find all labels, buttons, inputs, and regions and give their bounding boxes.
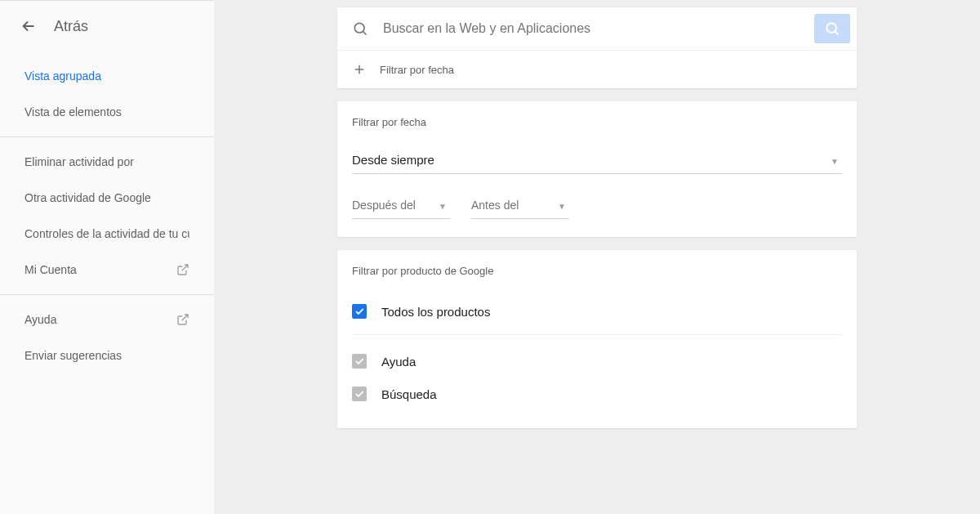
search-card: Filtrar por fecha [337,7,857,88]
sidebar-section-help: Ayuda Enviar sugerencias [0,295,214,380]
sidebar-item-my-account[interactable]: Mi Cuenta [0,252,214,288]
date-filter-card: Filtrar por fecha Desde siempre ▼ Despué… [337,101,857,237]
search-row [337,7,857,50]
svg-point-1 [826,23,836,33]
sidebar-item-help[interactable]: Ayuda [0,302,214,337]
checkbox-icon [352,354,367,369]
filter-label: Filtrar por fecha [380,64,454,76]
sidebar-item-grouped-view[interactable]: Vista agrupada [0,58,214,94]
main-content: Filtrar por fecha Filtrar por fecha Desd… [214,0,980,514]
caret-down-icon: ▼ [558,202,566,211]
search-icon [337,20,383,37]
divider [352,334,842,335]
sidebar-item-delete-activity[interactable]: Eliminar actividad por [0,144,214,180]
sidebar-section-activity: Eliminar actividad por Otra actividad de… [0,137,214,295]
search-icon [824,20,840,37]
sidebar-item-element-view[interactable]: Vista de elementos [0,94,214,130]
arrow-left-icon [20,17,38,35]
product-filter-card: Filtrar por producto de Google Todos los… [337,250,857,428]
search-button[interactable] [814,14,850,43]
sidebar: Atrás Vista agrupada Vista de elementos … [0,0,214,514]
sidebar-item-activity-controls[interactable]: Controles de la actividad de tu cuenta [0,216,214,252]
date-filter-title: Filtrar por fecha [352,116,842,128]
external-link-icon [176,313,189,326]
checkbox-product-help[interactable]: Ayuda [352,345,842,378]
back-label: Atrás [54,18,88,35]
checkbox-icon [352,387,367,401]
sidebar-item-send-feedback[interactable]: Enviar sugerencias [0,337,214,373]
external-link-icon [176,263,189,276]
date-range-select[interactable]: Desde siempre ▼ [352,148,842,174]
svg-point-0 [354,23,364,33]
sidebar-section-views: Vista agrupada Vista de elementos [0,51,214,137]
checkbox-product-search[interactable]: Búsqueda [352,378,842,410]
caret-down-icon: ▼ [439,202,447,211]
checkbox-all-products[interactable]: Todos los productos [352,295,842,328]
after-date-select[interactable]: Después del ▼ [352,194,450,219]
back-row[interactable]: Atrás [0,1,214,51]
search-input[interactable] [383,7,814,50]
product-filter-title: Filtrar por producto de Google [352,265,842,295]
filter-by-date-toggle[interactable]: Filtrar por fecha [337,50,857,88]
sidebar-item-other-activity[interactable]: Otra actividad de Google [0,180,214,216]
before-date-select[interactable]: Antes del ▼ [471,194,569,219]
plus-icon [352,62,367,77]
checkbox-icon [352,304,367,319]
caret-down-icon: ▼ [831,156,839,165]
